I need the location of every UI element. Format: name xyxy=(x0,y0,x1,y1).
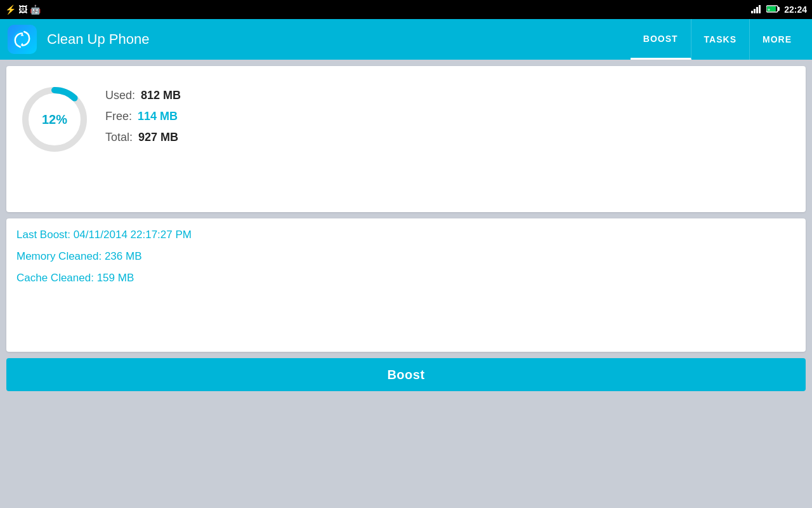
android-icon: 🤖 xyxy=(30,4,41,15)
nav-tabs: BOOST TASKS MORE xyxy=(631,19,804,60)
main-content: 12% Used: 812 MB Free: 114 MB Total: 927… xyxy=(0,60,812,358)
svg-text:+: + xyxy=(768,8,770,12)
last-boost-row: Last Boost: 04/11/2014 22:17:27 PM xyxy=(16,229,796,241)
app-bar: Clean Up Phone BOOST TASKS MORE xyxy=(0,19,812,60)
image-icon: 🖼 xyxy=(18,4,27,15)
used-value: 812 MB xyxy=(141,89,181,102)
svg-rect-3 xyxy=(759,5,761,13)
free-value: 114 MB xyxy=(138,110,178,123)
tab-boost[interactable]: BOOST xyxy=(631,19,691,60)
status-bar-left: ⚡ 🖼 🤖 xyxy=(5,4,41,15)
donut-percent: 12% xyxy=(42,112,67,127)
boost-button-container: Boost xyxy=(0,358,812,398)
used-stat: Used: 812 MB xyxy=(105,89,181,102)
svg-rect-0 xyxy=(751,11,753,13)
svg-rect-1 xyxy=(754,9,756,13)
svg-rect-2 xyxy=(756,7,758,13)
total-value: 927 MB xyxy=(138,131,178,144)
info-card: Last Boost: 04/11/2014 22:17:27 PM Memor… xyxy=(6,218,806,352)
memory-stats: Used: 812 MB Free: 114 MB Total: 927 MB xyxy=(105,76,181,144)
svg-rect-5 xyxy=(778,7,780,11)
total-stat: Total: 927 MB xyxy=(105,131,181,144)
status-bar-right: + 22:24 xyxy=(751,4,807,15)
tab-more[interactable]: MORE xyxy=(750,19,804,60)
app-icon xyxy=(8,25,37,54)
memory-card: 12% Used: 812 MB Free: 114 MB Total: 927… xyxy=(6,66,806,212)
usb-icon: ⚡ xyxy=(5,4,16,15)
memory-cleaned-row: Memory Cleaned: 236 MB xyxy=(16,250,796,263)
status-time: 22:24 xyxy=(784,4,807,15)
boost-button[interactable]: Boost xyxy=(6,358,806,391)
signal-icon xyxy=(751,4,763,15)
used-label: Used: xyxy=(105,89,135,102)
battery-icon: + xyxy=(766,4,780,15)
tab-tasks[interactable]: TASKS xyxy=(691,19,750,60)
free-stat: Free: 114 MB xyxy=(105,110,181,123)
total-label: Total: xyxy=(105,131,133,144)
free-label: Free: xyxy=(105,110,132,123)
app-title: Clean Up Phone xyxy=(47,31,620,48)
donut-chart: 12% xyxy=(16,81,93,157)
cache-cleaned-row: Cache Cleaned: 159 MB xyxy=(16,272,796,284)
status-bar: ⚡ 🖼 🤖 + 22:24 xyxy=(0,0,812,19)
